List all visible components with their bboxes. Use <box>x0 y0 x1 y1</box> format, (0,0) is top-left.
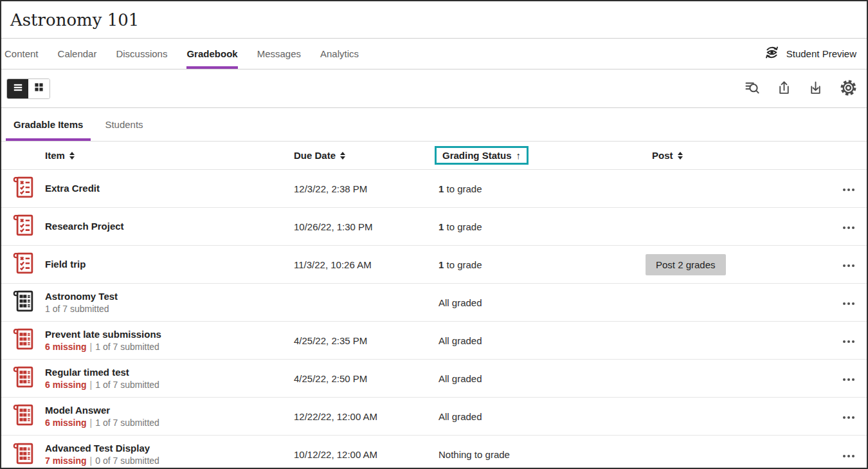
row-menu-button[interactable] <box>840 223 857 233</box>
grading-status: All graded <box>439 411 646 422</box>
row-menu-button[interactable] <box>840 336 857 347</box>
test-icon <box>12 442 35 468</box>
gradable-items-list: Extra Credit 12/3/22, 2:38 PM 1 to grade… <box>1 170 867 469</box>
missing-count: 6 missing <box>45 418 87 428</box>
sort-header-post[interactable]: Post <box>652 150 683 161</box>
grading-status: 1 to grade <box>439 183 646 194</box>
submission-summary: 6 missing|1 of 7 submitted <box>45 341 294 353</box>
item-title[interactable]: Model Answer <box>45 404 294 417</box>
due-date: 4/25/22, 2:35 PM <box>294 335 439 346</box>
submission-summary: 6 missing|1 of 7 submitted <box>45 379 294 391</box>
sort-header-due-date[interactable]: Due Date <box>294 150 345 161</box>
due-date: 10/26/22, 1:30 PM <box>294 221 439 232</box>
due-date: 12/22/22, 12:00 AM <box>294 411 439 422</box>
list-view-icon <box>13 82 23 95</box>
table-header: Item Due Date Grading Status ↑ Post <box>1 142 867 170</box>
missing-count: 7 missing <box>45 455 87 466</box>
gear-icon <box>839 78 858 99</box>
submission-summary: 1 of 7 submitted <box>45 303 294 315</box>
nav-item-messages[interactable]: Messages <box>257 39 301 69</box>
grading-status: All graded <box>439 297 646 308</box>
item-title[interactable]: Research Project <box>45 220 294 233</box>
gradebook-row-extra-credit[interactable]: Extra Credit 12/3/22, 2:38 PM 1 to grade <box>1 170 867 208</box>
due-date: 10/12/22, 12:00 AM <box>294 449 439 460</box>
due-date: 4/25/22, 2:50 PM <box>294 373 439 384</box>
gradebook-row-field-trip[interactable]: Field trip 11/3/22, 10:26 AM 1 to grade … <box>1 246 867 284</box>
row-menu-button[interactable] <box>840 299 857 309</box>
search-gradebook-icon <box>743 79 761 98</box>
gradebook-row-advanced-test-display[interactable]: Advanced Test Display 7 missing|0 of 7 s… <box>1 436 867 469</box>
nav-item-gradebook[interactable]: Gradebook <box>186 39 237 69</box>
row-menu-button[interactable] <box>840 451 857 461</box>
item-title[interactable]: Field trip <box>45 258 294 271</box>
download-icon <box>808 80 824 98</box>
gradebook-subtabs: Gradable Items Students <box>1 108 867 142</box>
test-icon <box>12 403 35 429</box>
grading-status: All graded <box>439 335 646 346</box>
gradebook-row-astronomy-test[interactable]: Astronomy Test 1 of 7 submitted All grad… <box>1 284 867 322</box>
row-menu-button[interactable] <box>840 185 857 195</box>
item-title[interactable]: Astronomy Test <box>45 290 294 303</box>
grading-status: All graded <box>439 373 646 384</box>
upload-button[interactable] <box>776 80 792 98</box>
due-date: 12/3/22, 2:38 PM <box>294 183 439 194</box>
row-menu-button[interactable] <box>840 412 857 423</box>
grading-status: 1 to grade <box>439 221 646 232</box>
gradebook-row-model-answer[interactable]: Model Answer 6 missing|1 of 7 submitted … <box>1 398 867 436</box>
sort-ascending-icon: ↑ <box>516 150 521 161</box>
gradebook-row-prevent-late-submissions[interactable]: Prevent late submissions 6 missing|1 of … <box>1 322 867 360</box>
toolbar-actions <box>743 78 858 99</box>
grid-view-button[interactable] <box>28 79 50 98</box>
nav-item-calendar[interactable]: Calendar <box>58 39 97 69</box>
course-header: Astronomy 101 <box>1 1 867 39</box>
assignment-icon <box>12 176 35 201</box>
nav-item-content[interactable]: Content <box>5 39 39 69</box>
post-grades-button[interactable]: Post 2 grades <box>646 254 726 275</box>
due-date: 11/3/22, 10:26 AM <box>294 259 439 270</box>
course-title: Astronomy 101 <box>10 10 139 30</box>
upload-icon <box>776 80 792 98</box>
grading-status: Nothing to grade <box>439 449 646 460</box>
view-toggle <box>6 78 50 99</box>
row-menu-button[interactable] <box>840 374 857 385</box>
gradebook-row-research-project[interactable]: Research Project 10/26/22, 1:30 PM 1 to … <box>1 208 867 246</box>
student-preview-button[interactable]: Student Preview <box>763 39 867 69</box>
grid-view-icon <box>34 82 44 95</box>
test-icon <box>12 290 35 315</box>
row-menu-button[interactable] <box>840 261 857 271</box>
sort-header-item[interactable]: Item <box>45 150 75 161</box>
tab-gradable-items[interactable]: Gradable Items <box>6 108 91 141</box>
gradebook-toolbar <box>1 69 867 108</box>
gradebook-row-regular-timed-test[interactable]: Regular timed test 6 missing|1 of 7 subm… <box>1 360 867 398</box>
item-title[interactable]: Advanced Test Display <box>45 442 294 455</box>
nav-item-discussions[interactable]: Discussions <box>116 39 167 69</box>
sort-header-grading-status[interactable]: Grading Status ↑ <box>435 146 529 165</box>
assignment-icon <box>12 214 35 239</box>
list-view-button[interactable] <box>7 79 28 98</box>
missing-count: 6 missing <box>45 380 87 390</box>
assignment-icon <box>12 252 35 277</box>
student-preview-label: Student Preview <box>786 48 856 59</box>
item-title[interactable]: Regular timed test <box>45 366 294 379</box>
test-icon <box>12 327 35 353</box>
test-icon <box>12 365 35 391</box>
nav-item-analytics[interactable]: Analytics <box>320 39 359 69</box>
grading-status: 1 to grade <box>439 259 646 270</box>
missing-count: 6 missing <box>45 342 87 352</box>
sort-both-icon <box>678 152 683 160</box>
tab-students[interactable]: Students <box>97 108 150 141</box>
search-gradebook-button[interactable] <box>743 79 761 98</box>
student-preview-icon <box>763 44 781 64</box>
gradebook-settings-button[interactable] <box>839 78 858 99</box>
course-nav-items: Content Calendar Discussions Gradebook M… <box>5 39 359 69</box>
sort-both-icon <box>340 152 345 160</box>
submission-summary: 6 missing|1 of 7 submitted <box>45 417 294 429</box>
item-title[interactable]: Extra Credit <box>45 182 294 195</box>
download-button[interactable] <box>808 80 824 98</box>
course-nav: Content Calendar Discussions Gradebook M… <box>1 39 867 69</box>
item-title[interactable]: Prevent late submissions <box>45 328 294 341</box>
submission-summary: 7 missing|0 of 7 submitted <box>45 455 294 467</box>
sort-both-icon <box>69 152 75 160</box>
